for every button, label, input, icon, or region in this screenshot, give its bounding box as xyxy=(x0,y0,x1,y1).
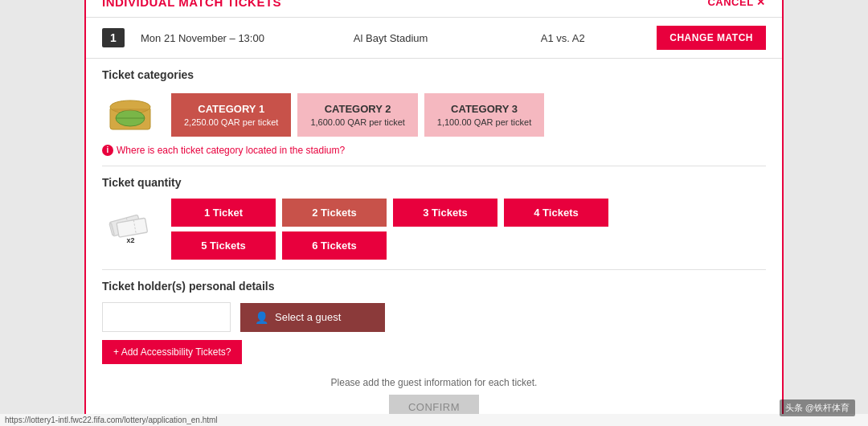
match-number: 1 xyxy=(102,28,125,47)
qty-6-button[interactable]: 6 Tickets xyxy=(282,231,387,260)
category-3-price: 1,100.00 QAR per ticket xyxy=(437,117,531,127)
ticket-categories-title: Ticket categories xyxy=(102,68,766,81)
modal-header: INDIVIDUAL MATCH TICKETS CANCEL ✕ xyxy=(86,0,782,18)
info-icon: i xyxy=(102,145,113,156)
select-guest-button[interactable]: 👤 Select a guest xyxy=(240,303,385,332)
ticket-holders-section: Ticket holder(s) personal details 👤 Sele… xyxy=(86,273,782,371)
divider-1 xyxy=(102,166,766,166)
match-stadium: Al Bayt Stadium xyxy=(313,32,469,44)
ticket-quantity-title: Ticket quantity xyxy=(102,176,766,189)
qty-4-button[interactable]: 4 Tickets xyxy=(504,199,608,227)
match-info-bar: 1 Mon 21 November – 13:00 Al Bayt Stadiu… xyxy=(86,18,782,59)
qty-5-button[interactable]: 5 Tickets xyxy=(171,231,276,260)
modal: INDIVIDUAL MATCH TICKETS CANCEL ✕ 1 Mon … xyxy=(84,0,784,426)
qty-row-2: 5 Tickets 6 Tickets xyxy=(171,231,608,260)
divider-2 xyxy=(102,269,766,270)
category-location-info[interactable]: i Where is each ticket category located … xyxy=(102,145,766,156)
watermark-brand: 头条 @铁杆体育 xyxy=(785,403,850,412)
quantity-row: x2 1 Ticket 2 Tickets 3 Tickets 4 Ticket… xyxy=(102,199,766,260)
guest-icon: 👤 xyxy=(255,311,268,324)
category-2-button[interactable]: CATEGORY 2 1,600.00 QAR per ticket xyxy=(297,93,417,137)
qty-buttons-wrap: 1 Ticket 2 Tickets 3 Tickets 4 Tickets 5… xyxy=(171,199,608,260)
status-bar: https://lottery1-intl.fwc22.fifa.com/lot… xyxy=(0,414,868,426)
category-3-button[interactable]: CATEGORY 3 1,100.00 QAR per ticket xyxy=(424,93,544,137)
accessibility-button[interactable]: + Add Accessibility Tickets? xyxy=(102,340,242,364)
change-match-button[interactable]: CHANGE MATCH xyxy=(657,26,766,50)
please-add-text: Please add the guest information for eac… xyxy=(86,377,782,388)
category-1-button[interactable]: CATEGORY 1 2,250.00 QAR per ticket xyxy=(171,93,291,137)
ticket-holders-title: Ticket holder(s) personal details xyxy=(102,280,766,293)
match-teams: A1 vs. A2 xyxy=(485,32,641,44)
holder-name-input[interactable] xyxy=(102,302,231,332)
match-date: Mon 21 November – 13:00 xyxy=(141,32,297,44)
holder-input-row: 👤 Select a guest xyxy=(102,302,766,332)
page-wrapper: INDIVIDUAL MATCH TICKETS CANCEL ✕ 1 Mon … xyxy=(0,0,868,426)
categories-row: CATEGORY 1 2,250.00 QAR per ticket CATEG… xyxy=(102,91,766,138)
qty-row-1: 1 Ticket 2 Tickets 3 Tickets 4 Tickets xyxy=(171,199,608,227)
select-guest-label: Select a guest xyxy=(275,311,341,323)
qty-3-button[interactable]: 3 Tickets xyxy=(393,199,497,227)
qty-2-button[interactable]: 2 Tickets xyxy=(282,199,387,227)
category-1-price: 2,250.00 QAR per ticket xyxy=(184,117,278,127)
category-2-price: 1,600.00 QAR per ticket xyxy=(310,117,404,127)
modal-title: INDIVIDUAL MATCH TICKETS xyxy=(102,0,281,9)
status-url: https://lottery1-intl.fwc22.fifa.com/lot… xyxy=(5,416,218,424)
qty-1-button[interactable]: 1 Ticket xyxy=(171,199,276,227)
ticket-category-icon xyxy=(102,91,158,138)
ticket-qty-icon: x2 xyxy=(102,210,158,249)
ticket-quantity-section: Ticket quantity x2 xyxy=(86,170,782,266)
info-link-text: Where is each ticket category located in… xyxy=(117,145,345,156)
svg-text:x2: x2 xyxy=(126,236,134,244)
ticket-categories-section: Ticket categories xyxy=(86,59,782,162)
watermark: 头条 @铁杆体育 xyxy=(780,399,855,416)
category-buttons: CATEGORY 1 2,250.00 QAR per ticket CATEG… xyxy=(171,93,544,137)
cancel-button[interactable]: CANCEL ✕ xyxy=(707,0,766,8)
watermark-text: 头条 @铁杆体育 xyxy=(780,399,855,416)
svg-rect-4 xyxy=(113,109,148,111)
